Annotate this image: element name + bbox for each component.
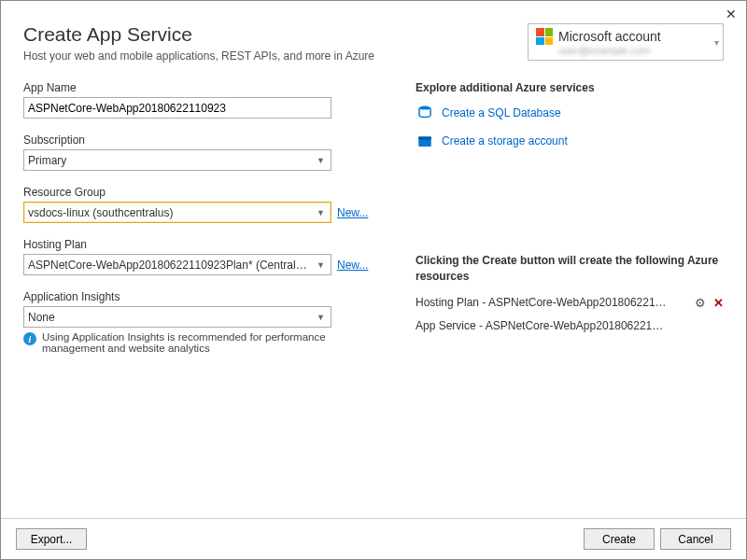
cancel-button[interactable]: Cancel — [660, 528, 731, 550]
page-title: Create App Service — [23, 23, 374, 46]
chevron-down-icon: ▼ — [317, 260, 327, 270]
resource-hosting-plan: Hosting Plan - ASPNetCore-WebApp20180622… — [416, 296, 668, 309]
account-name: Microsoft account — [558, 29, 661, 44]
chevron-down-icon: ▼ — [317, 313, 327, 322]
summary-heading: Clicking the Create button will create t… — [416, 253, 724, 285]
chevron-down-icon: ▼ — [317, 156, 327, 165]
explore-heading: Explore additional Azure services — [416, 81, 724, 94]
app-name-label: App Name — [23, 81, 393, 94]
svg-text:SQL: SQL — [421, 109, 429, 113]
hosting-plan-new-link[interactable]: New... — [337, 259, 368, 272]
account-dropdown[interactable]: Microsoft account user@example.com ▾ — [528, 23, 724, 61]
app-insights-note: Using Application Insights is recommende… — [42, 331, 331, 354]
hosting-plan-label: Hosting Plan — [23, 238, 393, 251]
chevron-down-icon: ▾ — [714, 37, 719, 48]
app-name-input[interactable] — [23, 97, 331, 119]
app-insights-label: Application Insights — [23, 290, 393, 303]
storage-account-icon — [416, 132, 434, 150]
close-icon[interactable]: ✕ — [726, 7, 737, 21]
subscription-dropdown[interactable]: Primary ▼ — [23, 149, 331, 171]
app-insights-dropdown[interactable]: None ▼ — [23, 306, 331, 328]
hosting-plan-value: ASPNetCore-WebApp20180622110923Plan* (Ce… — [28, 259, 308, 272]
sql-database-icon: SQL — [416, 104, 434, 122]
resource-group-dropdown[interactable]: vsdocs-linux (southcentralus) ▼ — [23, 202, 331, 223]
chevron-down-icon: ▼ — [317, 208, 327, 217]
page-subtitle: Host your web and mobile applications, R… — [23, 49, 374, 63]
create-sql-link[interactable]: Create a SQL Database — [442, 106, 561, 119]
subscription-label: Subscription — [23, 133, 393, 147]
resource-group-value: vsdocs-linux (southcentralus) — [28, 206, 173, 219]
microsoft-logo-icon — [536, 28, 553, 45]
resource-group-label: Resource Group — [23, 186, 393, 199]
delete-icon[interactable]: ✕ — [713, 296, 724, 310]
subscription-value: Primary — [28, 154, 66, 167]
svg-rect-3 — [418, 137, 431, 140]
resource-group-new-link[interactable]: New... — [337, 206, 368, 219]
resource-app-service: App Service - ASPNetCore-WebApp201806221… — [416, 319, 668, 332]
export-button[interactable]: Export... — [16, 528, 87, 550]
info-icon: i — [23, 332, 36, 345]
app-insights-value: None — [28, 311, 55, 324]
hosting-plan-dropdown[interactable]: ASPNetCore-WebApp20180622110923Plan* (Ce… — [23, 254, 331, 275]
create-storage-link[interactable]: Create a storage account — [442, 134, 568, 147]
create-button[interactable]: Create — [584, 528, 655, 550]
account-email: user@example.com — [558, 45, 706, 56]
gear-icon[interactable]: ⚙ — [695, 296, 706, 310]
